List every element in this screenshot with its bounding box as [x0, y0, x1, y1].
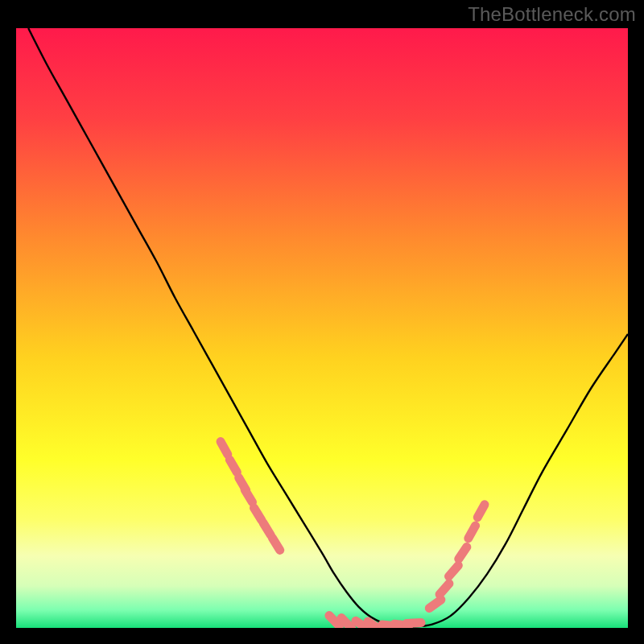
- data-marker: [407, 623, 421, 624]
- data-marker: [221, 442, 228, 455]
- data-marker: [477, 505, 485, 518]
- data-marker: [469, 526, 476, 539]
- chart-svg: [16, 28, 628, 628]
- data-marker: [229, 460, 237, 473]
- chart-frame: [16, 28, 628, 628]
- chart-background: [16, 28, 628, 628]
- watermark-text: TheBottleneck.com: [468, 3, 636, 26]
